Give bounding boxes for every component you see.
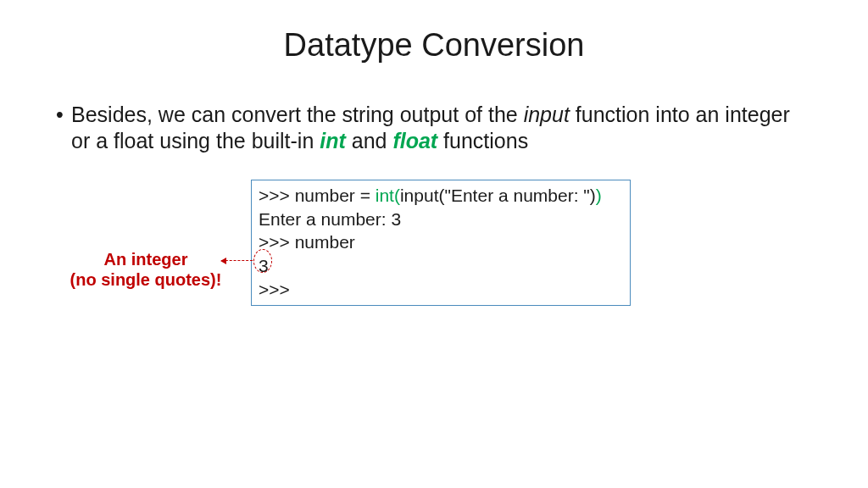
bullet-seg-4: functions (437, 129, 528, 152)
slide-title: Datatype Conversion (0, 27, 868, 64)
annotation-line-1: An integer (104, 250, 188, 269)
code-line-5: >>> (259, 278, 623, 302)
bullet-float-word: float (392, 129, 437, 152)
annotation-line-2: (no single quotes)! (70, 270, 222, 289)
code-line-4: 3 (259, 254, 623, 278)
slide: Datatype Conversion • Besides, we can co… (0, 0, 868, 488)
bullet-text: • Besides, we can convert the string out… (71, 102, 809, 155)
bullet-dot: • (56, 102, 64, 128)
arrow-icon (221, 260, 253, 261)
code-line-2: Enter a number: 3 (259, 208, 623, 231)
bullet-seg-1: Besides, we can convert the string outpu… (71, 103, 524, 126)
bullet-seg-3: and (346, 129, 393, 152)
annotation-label: An integer (no single quotes)! (70, 249, 222, 290)
bullet-int-word: int (320, 129, 346, 152)
code-box: >>> number = int(input("Enter a number: … (251, 180, 631, 306)
code-l1-b: int( (376, 186, 400, 205)
code-l1-a: >>> number = (259, 186, 376, 205)
code-line-1: >>> number = int(input("Enter a number: … (259, 184, 623, 208)
code-l1-c: input("Enter a number: ") (400, 186, 596, 205)
code-line-3: >>> number (259, 230, 623, 254)
code-l1-d: ) (596, 186, 602, 205)
bullet-input-word: input (524, 103, 570, 126)
